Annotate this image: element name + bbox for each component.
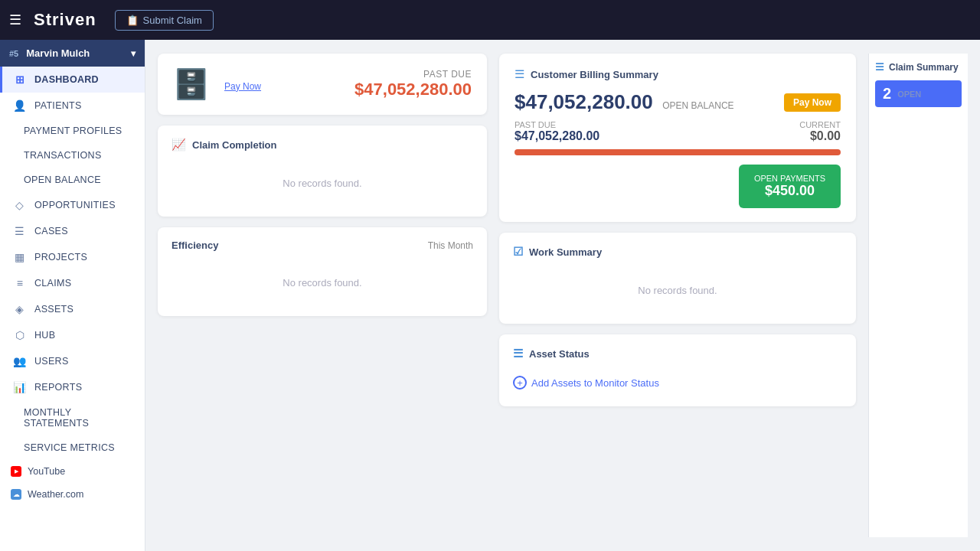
reports-label: REPORTS bbox=[34, 382, 82, 393]
submit-claim-label: Submit Claim bbox=[143, 15, 202, 26]
billing-current-col: CURRENT $0.00 bbox=[799, 120, 841, 143]
efficiency-no-records: No records found. bbox=[172, 262, 473, 304]
service-metrics-label: SERVICE METRICS bbox=[24, 442, 115, 453]
logo-text: Striven bbox=[34, 10, 96, 30]
pay-now-link[interactable]: Pay Now bbox=[224, 81, 261, 92]
efficiency-period: This Month bbox=[428, 240, 473, 251]
claims-icon: ≡ bbox=[13, 277, 27, 289]
youtube-icon bbox=[11, 466, 21, 477]
billing-icon: ☰ bbox=[514, 67, 524, 81]
open-payments-button[interactable]: OPEN PAYMENTS $450.00 bbox=[739, 165, 841, 208]
past-due-card: 🗄️ Pay Now PAST DUE $47,052,280.00 bbox=[158, 54, 487, 115]
panel-badge: 2 OPEN bbox=[875, 80, 962, 107]
past-due-icon: 🗄️ bbox=[173, 67, 209, 101]
sidebar-item-cases[interactable]: ☰ CASES bbox=[0, 218, 145, 244]
right-column: ☰ Customer Billing Summary $47,052,280.0… bbox=[499, 54, 856, 537]
topbar-logo: Striven bbox=[34, 10, 96, 30]
sidebar-item-claims[interactable]: ≡ CLAIMS bbox=[0, 270, 145, 296]
asset-status-icon: ☰ bbox=[513, 347, 523, 360]
add-assets-label: Add Assets to Monitor Status bbox=[531, 377, 659, 389]
claim-completion-icon: 📈 bbox=[172, 138, 186, 152]
add-assets-link[interactable]: + Add Assets to Monitor Status bbox=[513, 371, 842, 394]
panel-status: OPEN bbox=[897, 90, 921, 99]
sidebar-user[interactable]: #5 Marvin Mulch ▾ bbox=[0, 40, 145, 67]
weather-label: Weather.com bbox=[28, 489, 83, 500]
patients-icon: 👤 bbox=[13, 99, 27, 112]
cases-icon: ☰ bbox=[13, 225, 27, 237]
payment-profiles-label: PAYMENT PROFILES bbox=[24, 126, 122, 136]
sidebar-external-youtube[interactable]: YouTube bbox=[0, 460, 145, 483]
transactions-label: TRANSACTIONS bbox=[24, 150, 102, 161]
work-summary-card: ☑ Work Summary No records found. bbox=[499, 233, 856, 324]
sidebar-item-patients[interactable]: 👤 PATIENTS bbox=[0, 93, 145, 119]
sidebar-item-open-balance[interactable]: OPEN BALANCE bbox=[0, 168, 145, 192]
claim-completion-card: 📈 Claim Completion No records found. bbox=[158, 126, 487, 217]
youtube-label: YouTube bbox=[28, 466, 65, 477]
billing-summary-card: ☰ Customer Billing Summary $47,052,280.0… bbox=[499, 54, 856, 222]
billing-pay-now-button[interactable]: Pay Now bbox=[784, 93, 841, 112]
panel-title-text: Claim Summary bbox=[889, 62, 959, 73]
open-payments-label: OPEN PAYMENTS bbox=[754, 174, 825, 183]
asset-status-card: ☰ Asset Status + Add Assets to Monitor S… bbox=[499, 334, 856, 406]
right-panel: ☰ Claim Summary 2 OPEN bbox=[868, 54, 968, 537]
sidebar-item-users[interactable]: 👥 USERS bbox=[0, 348, 145, 374]
users-label: USERS bbox=[34, 356, 69, 367]
projects-label: PROJECTS bbox=[34, 252, 87, 262]
billing-past-due-col: PAST DUE $47,052,280.00 bbox=[514, 120, 599, 143]
past-due-label: PAST DUE bbox=[354, 69, 472, 80]
opportunities-label: OPPORTUNITIES bbox=[34, 200, 116, 210]
efficiency-title: Efficiency bbox=[172, 240, 218, 251]
hamburger-icon[interactable]: ☰ bbox=[9, 11, 21, 28]
panel-icon: ☰ bbox=[875, 61, 884, 73]
billing-balance-row: $47,052,280.00 OPEN BALANCE Pay Now bbox=[514, 90, 841, 114]
billing-amounts-row: PAST DUE $47,052,280.00 CURRENT $0.00 bbox=[514, 120, 841, 143]
sidebar-item-hub[interactable]: ⬡ HUB bbox=[0, 322, 145, 348]
billing-balance-group: $47,052,280.00 OPEN BALANCE bbox=[514, 90, 734, 114]
left-column: 🗄️ Pay Now PAST DUE $47,052,280.00 📈 Cla… bbox=[158, 54, 487, 537]
open-balance-label: OPEN BALANCE bbox=[662, 100, 733, 111]
users-icon: 👥 bbox=[13, 355, 27, 367]
sidebar-item-projects[interactable]: ▦ PROJECTS bbox=[0, 244, 145, 270]
user-id: #5 bbox=[9, 49, 18, 58]
user-chevron-icon: ▾ bbox=[131, 48, 136, 59]
content-area: 🗄️ Pay Now PAST DUE $47,052,280.00 📈 Cla… bbox=[145, 40, 980, 551]
claims-label: CLAIMS bbox=[34, 278, 71, 289]
claim-completion-no-records: No records found. bbox=[172, 162, 473, 204]
user-name: Marvin Mulch bbox=[26, 47, 90, 59]
sidebar-item-transactions[interactable]: TRANSACTIONS bbox=[0, 143, 145, 168]
billing-past-due-amount: $47,052,280.00 bbox=[514, 129, 599, 143]
past-due-right: PAST DUE $47,052,280.00 bbox=[354, 69, 472, 99]
panel-count: 2 bbox=[883, 85, 891, 103]
past-due-amount: $47,052,280.00 bbox=[354, 80, 472, 99]
submit-claim-button[interactable]: 📋 Submit Claim bbox=[115, 10, 214, 31]
billing-balance-amount: $47,052,280.00 bbox=[514, 90, 653, 113]
reports-icon: 📊 bbox=[13, 381, 27, 393]
billing-header: ☰ Customer Billing Summary bbox=[514, 67, 841, 81]
sidebar: #5 Marvin Mulch ▾ ⊞ DASHBOARD 👤 PATIENTS… bbox=[0, 40, 145, 551]
work-summary-no-records: No records found. bbox=[513, 269, 842, 311]
sidebar-item-dashboard[interactable]: ⊞ DASHBOARD bbox=[0, 67, 145, 93]
sidebar-item-patients-label: PATIENTS bbox=[34, 100, 82, 111]
sidebar-item-dashboard-label: DASHBOARD bbox=[34, 74, 99, 85]
projects-icon: ▦ bbox=[13, 251, 27, 263]
topbar: ☰ Striven 📋 Submit Claim bbox=[0, 0, 980, 40]
dashboard-icon: ⊞ bbox=[13, 73, 27, 86]
sidebar-item-assets[interactable]: ◈ ASSETS bbox=[0, 296, 145, 322]
sidebar-item-payment-profiles[interactable]: PAYMENT PROFILES bbox=[0, 119, 145, 143]
plus-circle-icon: + bbox=[513, 376, 527, 390]
sidebar-external-weather[interactable]: Weather.com bbox=[0, 483, 145, 506]
sidebar-item-reports[interactable]: 📊 REPORTS bbox=[0, 374, 145, 400]
billing-title: Customer Billing Summary bbox=[531, 69, 658, 80]
asset-status-title: ☰ Asset Status bbox=[513, 347, 842, 360]
sidebar-item-monthly-statements[interactable]: MONTHLY STATEMENTS bbox=[0, 400, 145, 435]
sidebar-item-service-metrics[interactable]: SERVICE METRICS bbox=[0, 435, 145, 460]
billing-current-amount: $0.00 bbox=[799, 129, 841, 143]
billing-past-due-label: PAST DUE bbox=[514, 120, 599, 129]
billing-progress-bar bbox=[514, 149, 841, 155]
hub-label: HUB bbox=[34, 330, 55, 341]
sidebar-item-opportunities[interactable]: ◇ OPPORTUNITIES bbox=[0, 192, 145, 218]
weather-icon bbox=[11, 489, 21, 500]
cases-label: CASES bbox=[34, 226, 68, 236]
efficiency-card: Efficiency This Month No records found. bbox=[158, 227, 487, 316]
panel-title: ☰ Claim Summary bbox=[875, 61, 962, 73]
